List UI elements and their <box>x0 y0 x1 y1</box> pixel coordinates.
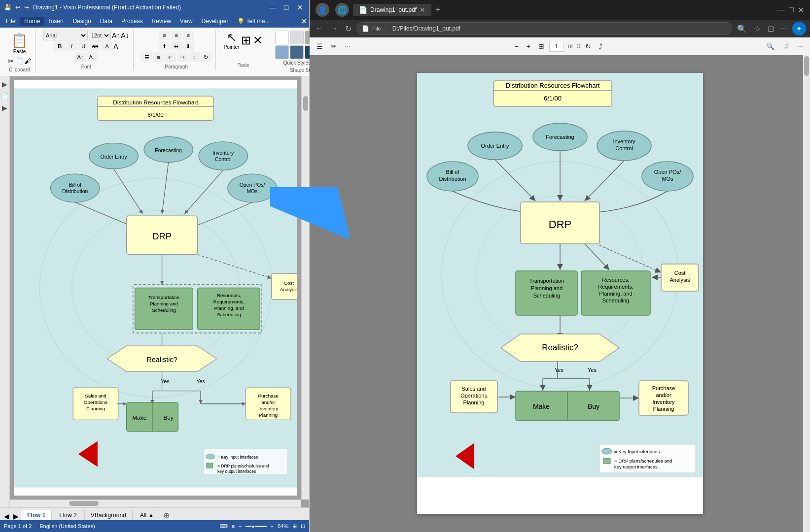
menu-data[interactable]: Data <box>96 17 116 26</box>
italic-button[interactable]: I <box>66 41 77 51</box>
indent-dec-btn[interactable]: ⇐ <box>165 52 176 62</box>
pdf-win-close-btn[interactable]: ✕ <box>798 5 804 15</box>
pdf-scrollbar[interactable] <box>803 55 810 532</box>
pdf-rotate-btn[interactable]: ↻ <box>582 40 594 52</box>
pointer-tool-btn[interactable]: ↖ Pointer <box>224 31 240 50</box>
new-tab-btn[interactable]: + <box>435 5 441 15</box>
tab-scroll-left-icon[interactable]: ◀ <box>2 512 11 520</box>
pdf-fit-btn[interactable]: ⊞ <box>535 40 547 52</box>
copy-icon[interactable]: 📄 <box>15 57 23 65</box>
align-right-btn[interactable]: ≡ <box>183 31 194 40</box>
menu-home[interactable]: Home <box>20 17 44 26</box>
status-fit-btn[interactable]: ⊞ <box>292 523 297 530</box>
visio-close-btn[interactable]: ✕ <box>295 3 305 11</box>
pdf-print-btn[interactable]: 🖨 <box>779 40 792 52</box>
browser-profile-icon[interactable]: 👤 <box>316 3 329 17</box>
visio-diagram[interactable]: Distribution Resources Flowchart 6/1/00 … <box>14 80 297 496</box>
zoom-icon-btn[interactable]: 🔍 <box>735 22 749 35</box>
pdf-toolbar-more-btn[interactable]: ··· <box>794 40 806 52</box>
tab-flow2[interactable]: Flow 2 <box>53 510 83 520</box>
font-color-icon[interactable]: A <box>113 42 118 50</box>
pdf-extract-btn[interactable]: ⤴ <box>596 40 605 52</box>
favorite-btn[interactable]: ☆ <box>752 22 763 35</box>
num-list-btn[interactable]: ≡ <box>153 52 164 62</box>
expand-panels-icon[interactable]: ▶ <box>2 80 7 88</box>
font-name-select[interactable]: Arial <box>43 31 88 40</box>
menu-tell-me[interactable]: 💡 Tell me... <box>233 17 274 26</box>
visio-vscrollbar[interactable] <box>301 76 309 499</box>
clear-format-button[interactable]: A <box>102 41 112 51</box>
refresh-btn[interactable]: ↻ <box>343 22 353 35</box>
split-view-btn[interactable]: ⊡ <box>766 22 776 35</box>
text-tool-btn[interactable]: ✕ <box>253 33 263 47</box>
pdf-tab-close-btn[interactable]: ✕ <box>420 6 425 14</box>
visio-canvas[interactable]: Distribution Resources Flowchart 6/1/00 … <box>10 76 309 507</box>
stencil-icon[interactable]: ▶ <box>2 104 7 112</box>
text-rotate-btn[interactable]: ↻ <box>201 52 211 62</box>
style-swatch-1[interactable] <box>275 31 289 44</box>
pdf-address-bar[interactable]: 📄 File | D:/Files/Drawing1_out.pdf <box>356 22 732 35</box>
pdf-zoom-out-btn[interactable]: − <box>511 40 521 52</box>
status-keyboard-icon[interactable]: ⌨ <box>220 523 228 530</box>
pdf-hamburger-btn[interactable]: ☰ <box>314 40 326 52</box>
status-page-btn[interactable]: ⊡ <box>301 523 305 530</box>
menu-review[interactable]: Review <box>147 17 175 26</box>
tab-all[interactable]: All ▲ <box>134 510 161 520</box>
edge-copilot-btn[interactable]: ✦ <box>792 22 806 35</box>
visio-redo-icon[interactable]: ↪ <box>24 4 29 11</box>
menu-view[interactable]: View <box>176 17 197 26</box>
pdf-search-btn[interactable]: 🔍 <box>763 40 777 52</box>
connector-tool-btn[interactable]: ⊞ <box>241 33 251 47</box>
valign-bot-btn[interactable]: ⬇ <box>183 41 194 51</box>
pdf-win-minimize-btn[interactable]: — <box>777 5 785 15</box>
menu-ribbon-close[interactable]: ✕ <box>301 17 307 26</box>
menu-file[interactable]: File <box>2 17 19 26</box>
increase-font-button[interactable]: A↑ <box>75 52 86 62</box>
status-minus-btn[interactable]: − <box>239 523 242 529</box>
text-dir-btn[interactable]: ↕ <box>189 52 200 62</box>
bold-button[interactable]: B <box>54 41 65 51</box>
status-zoom-slider[interactable]: ━━●━━━━ <box>246 524 266 529</box>
pdf-more-tools-btn[interactable]: ··· <box>342 40 353 52</box>
menu-design[interactable]: Design <box>69 17 95 26</box>
tab-flow1[interactable]: Flow 1 <box>21 510 52 520</box>
shrink-font-icon[interactable]: A↓ <box>121 32 129 39</box>
visio-undo-icon[interactable]: ↩ <box>15 4 20 11</box>
visio-hscrollbar[interactable] <box>10 499 301 507</box>
cut-icon[interactable]: ✂ <box>8 57 14 65</box>
pdf-win-maximize-btn[interactable]: □ <box>789 5 794 15</box>
format-painter-icon[interactable]: 🖌 <box>24 57 31 65</box>
pdf-zoom-in-btn[interactable]: + <box>524 40 533 52</box>
valign-top-btn[interactable]: ⬆ <box>159 41 170 51</box>
style-swatch-5[interactable] <box>290 45 304 59</box>
font-size-select[interactable]: 12pt. <box>89 31 111 40</box>
pdf-annotate-btn[interactable]: ✏ <box>328 40 340 52</box>
tab-add-btn[interactable]: ⊕ <box>161 511 172 520</box>
visio-minimize-btn[interactable]: — <box>268 3 278 11</box>
forward-btn[interactable]: → <box>328 22 340 35</box>
strikethrough-button[interactable]: ab <box>90 41 101 51</box>
browser-edge-icon[interactable]: 🌐 <box>335 3 349 17</box>
valign-mid-btn[interactable]: ⬌ <box>171 41 182 51</box>
bullet-list-btn[interactable]: ☰ <box>141 52 152 62</box>
pdf-active-tab[interactable]: 📄 Drawing1_out.pdf ✕ <box>353 4 431 16</box>
status-view-icon[interactable]: ≡ <box>232 523 235 529</box>
back-btn[interactable]: ← <box>314 22 325 35</box>
visio-save-icon[interactable]: 💾 <box>4 4 11 11</box>
style-swatch-4[interactable] <box>275 45 289 59</box>
grow-font-icon[interactable]: A↑ <box>112 32 120 39</box>
style-swatch-2[interactable] <box>290 31 304 44</box>
decrease-font-button[interactable]: A↓ <box>87 52 98 62</box>
align-center-btn[interactable]: ≡ <box>171 31 182 40</box>
underline-button[interactable]: U <box>78 41 89 51</box>
visio-maximize-btn[interactable]: □ <box>282 3 291 11</box>
menu-process[interactable]: Process <box>117 17 146 26</box>
pdf-page-input[interactable] <box>549 41 564 52</box>
menu-insert[interactable]: Insert <box>45 17 68 26</box>
pdf-page-container[interactable]: Distribution Resources Flowchart 6/1/00 … <box>310 55 810 532</box>
indent-inc-btn[interactable]: ⇒ <box>177 52 188 62</box>
tab-scroll-right-icon[interactable]: ▶ <box>11 512 21 520</box>
paste-button[interactable]: 📋 Paste <box>8 31 31 56</box>
status-plus-btn[interactable]: + <box>271 523 274 529</box>
align-left-btn[interactable]: ≡ <box>159 31 170 40</box>
